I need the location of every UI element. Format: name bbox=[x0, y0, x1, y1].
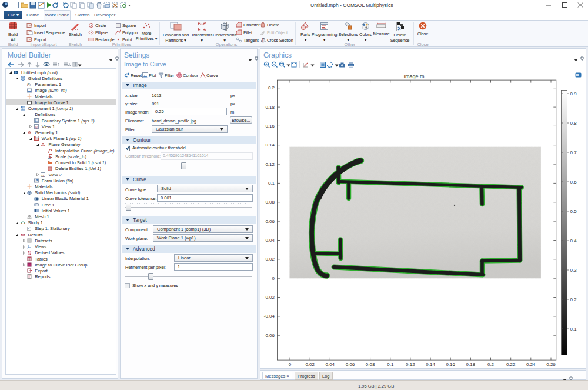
svg-text:-0.04: -0.04 bbox=[264, 314, 275, 319]
svg-text:xy: xy bbox=[41, 173, 45, 176]
svg-text:0.04: 0.04 bbox=[326, 362, 335, 367]
svg-text:-0.02: -0.02 bbox=[264, 295, 275, 300]
svg-text:0.04: 0.04 bbox=[265, 238, 275, 243]
svg-text:0.22: 0.22 bbox=[506, 362, 516, 367]
svg-text:0.9: 0.9 bbox=[570, 91, 577, 96]
svg-text:0.16: 0.16 bbox=[265, 124, 275, 129]
svg-text:0.4: 0.4 bbox=[570, 238, 577, 244]
svg-text:0.7: 0.7 bbox=[570, 150, 577, 155]
svg-text:0.18: 0.18 bbox=[466, 362, 476, 367]
svg-text:0.1: 0.1 bbox=[387, 362, 394, 367]
svg-text:0.14: 0.14 bbox=[426, 362, 435, 367]
svg-text:0.08: 0.08 bbox=[265, 199, 275, 205]
svg-text:0.12: 0.12 bbox=[406, 362, 415, 367]
svg-text:0.06: 0.06 bbox=[346, 362, 355, 367]
svg-text:0: 0 bbox=[289, 362, 292, 367]
svg-text:0.1: 0.1 bbox=[570, 326, 577, 332]
svg-text:Image m: Image m bbox=[403, 74, 424, 79]
svg-text:0.3: 0.3 bbox=[570, 268, 577, 273]
svg-text:0.14: 0.14 bbox=[265, 142, 275, 148]
svg-text:0.2: 0.2 bbox=[487, 362, 495, 367]
svg-text:0.18: 0.18 bbox=[265, 105, 275, 110]
svg-text:0.2: 0.2 bbox=[570, 297, 577, 302]
svg-text:0.02: 0.02 bbox=[265, 256, 275, 262]
svg-text:Pi: Pi bbox=[27, 82, 31, 86]
svg-text:0.5: 0.5 bbox=[570, 209, 577, 214]
svg-text:0.6: 0.6 bbox=[570, 179, 577, 185]
svg-text:0.1: 0.1 bbox=[268, 181, 275, 186]
svg-text:0.8: 0.8 bbox=[570, 121, 577, 126]
svg-text:0.2: 0.2 bbox=[268, 85, 275, 91]
svg-text:xy: xy bbox=[35, 125, 38, 128]
svg-text:0.06: 0.06 bbox=[265, 219, 275, 224]
svg-text:-0.06: -0.06 bbox=[264, 333, 275, 338]
svg-text:0.02: 0.02 bbox=[305, 362, 315, 367]
svg-text:0.16: 0.16 bbox=[446, 362, 455, 367]
svg-text:0.24: 0.24 bbox=[526, 362, 536, 367]
svg-text:0: 0 bbox=[272, 276, 275, 281]
svg-text:0.26: 0.26 bbox=[546, 362, 556, 367]
svg-text:0.08: 0.08 bbox=[366, 362, 375, 367]
svg-text:0.12: 0.12 bbox=[265, 162, 275, 167]
